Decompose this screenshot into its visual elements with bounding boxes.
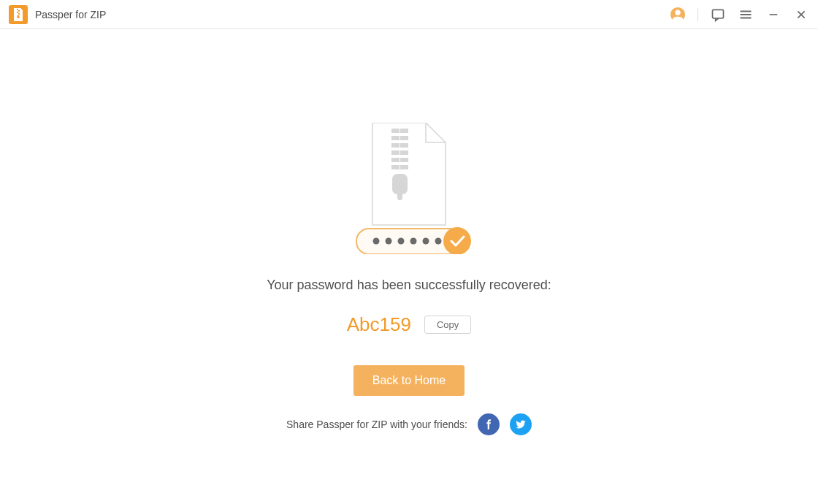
svg-point-35 <box>443 227 471 254</box>
svg-point-29 <box>373 238 380 245</box>
zip-file-icon <box>12 8 24 21</box>
menu-icon[interactable] <box>738 7 754 23</box>
svg-rect-15 <box>400 129 408 133</box>
recovered-password: Abc159 <box>347 313 411 336</box>
svg-rect-25 <box>400 165 408 169</box>
file-illustration <box>343 123 475 254</box>
svg-rect-21 <box>400 150 408 155</box>
close-icon[interactable] <box>793 7 809 23</box>
success-message: Your password has been successfully reco… <box>267 278 551 293</box>
main-content: Your password has been successfully reco… <box>0 29 818 435</box>
svg-rect-18 <box>391 143 400 148</box>
app-logo <box>9 5 28 24</box>
svg-rect-20 <box>391 150 400 155</box>
facebook-icon[interactable] <box>478 413 500 435</box>
svg-rect-27 <box>397 193 402 200</box>
svg-point-33 <box>423 238 429 245</box>
checkmark-icon <box>443 227 471 254</box>
svg-rect-7 <box>713 9 724 18</box>
svg-rect-4 <box>18 15 20 18</box>
password-row: Abc159 Copy <box>347 313 472 336</box>
app-title: Passper for ZIP <box>35 9 106 20</box>
minimize-icon[interactable] <box>765 7 781 23</box>
svg-point-30 <box>386 238 392 245</box>
copy-button[interactable]: Copy <box>424 316 471 334</box>
svg-rect-16 <box>391 136 400 140</box>
svg-rect-26 <box>392 174 408 194</box>
svg-rect-23 <box>400 158 408 162</box>
share-text: Share Passper for ZIP with your friends: <box>286 419 467 430</box>
titlebar-controls <box>670 7 809 23</box>
twitter-icon[interactable] <box>510 413 532 435</box>
svg-rect-3 <box>18 13 20 15</box>
svg-rect-17 <box>400 136 408 140</box>
svg-rect-22 <box>391 158 400 162</box>
share-row: Share Passper for ZIP with your friends: <box>286 413 532 435</box>
feedback-icon[interactable] <box>710 7 726 23</box>
svg-point-31 <box>398 238 405 245</box>
back-to-home-button[interactable]: Back to Home <box>353 365 465 396</box>
svg-point-32 <box>410 238 417 245</box>
svg-rect-24 <box>391 165 400 169</box>
titlebar: Passper for ZIP <box>0 0 818 29</box>
svg-point-6 <box>675 9 680 15</box>
divider <box>697 8 698 21</box>
svg-rect-1 <box>18 10 20 12</box>
user-icon[interactable] <box>670 7 686 23</box>
svg-rect-14 <box>391 129 400 133</box>
svg-point-34 <box>435 238 442 245</box>
svg-rect-19 <box>400 143 408 148</box>
svg-rect-2 <box>17 12 18 13</box>
svg-rect-0 <box>17 9 18 10</box>
